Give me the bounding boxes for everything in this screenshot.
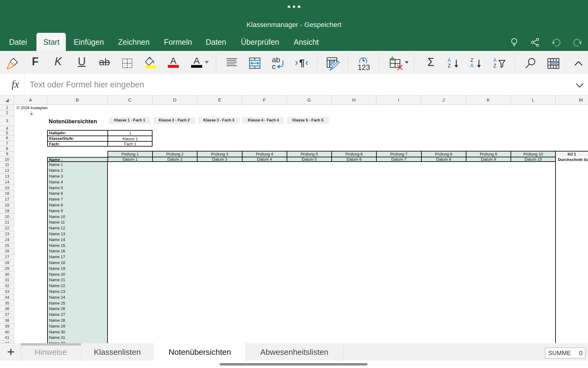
svg-text:c: c xyxy=(272,62,276,71)
svg-text:Z: Z xyxy=(470,58,473,63)
svg-text:A: A xyxy=(447,58,451,63)
svg-text:¶: ¶ xyxy=(299,58,305,68)
svg-text:Z: Z xyxy=(448,63,451,68)
svg-text:Z: Z xyxy=(493,63,496,68)
svg-text:A: A xyxy=(493,58,496,63)
svg-text:A: A xyxy=(470,63,473,68)
svg-text:A: A xyxy=(194,56,200,66)
svg-text:A: A xyxy=(170,56,176,66)
svg-text:123: 123 xyxy=(358,63,370,71)
